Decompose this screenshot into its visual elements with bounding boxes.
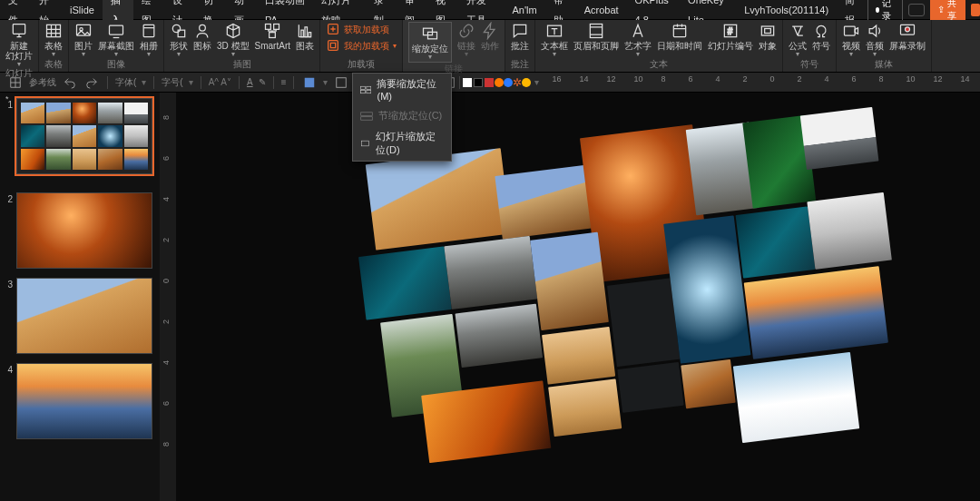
animation-star-icon: *: [5, 94, 158, 103]
headerfooter-button[interactable]: 页眉和页脚: [573, 22, 619, 51]
record-dot-icon: [876, 7, 879, 13]
video-button[interactable]: 视频: [842, 22, 860, 57]
thumbnail-2[interactable]: [16, 192, 152, 269]
photo[interactable]: [455, 304, 543, 368]
swatch[interactable]: [485, 78, 494, 87]
screenshot-button[interactable]: 屏幕截图: [98, 22, 134, 57]
link-button[interactable]: 链接: [457, 22, 475, 57]
svg-rect-12: [301, 30, 304, 36]
action-button[interactable]: 动作: [481, 22, 499, 51]
shape-outline-icon[interactable]: [333, 75, 349, 90]
group-label: 符号: [800, 58, 818, 72]
zoom-summary-item[interactable]: 摘要缩放定位(M): [353, 74, 451, 105]
photo[interactable]: [548, 378, 622, 437]
picture-button[interactable]: 图片: [74, 22, 93, 57]
smartart-button[interactable]: SmartArt: [255, 22, 290, 51]
photo[interactable]: [807, 192, 892, 270]
group-comment: 批注 批注: [505, 20, 535, 72]
comment-button[interactable]: 批注: [511, 22, 529, 51]
shape-fill-icon[interactable]: [301, 75, 318, 90]
quick-toolbar: 参考线 字体(▾ 字号(▾ A^ A˅ A ✎ ≡ ▾ ▾ ✲ ▾ 161412…: [0, 73, 980, 93]
shapes-button[interactable]: 形状: [170, 22, 188, 57]
svg-rect-20: [590, 25, 602, 38]
share-label: 共享: [947, 0, 958, 23]
group-text: 文本框 页眉和页脚 艺术字 日期和时间 # 幻灯片编号 对象: [535, 20, 783, 72]
photo[interactable]: [421, 380, 551, 463]
object-button[interactable]: 对象: [759, 22, 777, 51]
3dmodel-button[interactable]: 3D 模型: [217, 22, 250, 57]
thumbnail-4[interactable]: [16, 363, 152, 439]
group-label: 文本: [650, 58, 668, 72]
swatch[interactable]: [522, 78, 531, 87]
swatch[interactable]: [474, 78, 483, 87]
photo[interactable]: [366, 148, 511, 250]
wordart-button[interactable]: 艺术字: [624, 22, 652, 57]
svg-rect-33: [361, 112, 373, 115]
swatch[interactable]: [463, 78, 472, 87]
highlight-icon[interactable]: ✎: [259, 77, 266, 87]
svg-text:#: #: [728, 26, 733, 36]
photo[interactable]: [733, 352, 859, 443]
slide-canvas[interactable]: 864202468: [160, 93, 980, 501]
align-icon[interactable]: ≡: [281, 77, 287, 87]
thumbnail-3[interactable]: [16, 278, 152, 354]
photo[interactable]: [681, 359, 735, 408]
group-label: 表格: [44, 58, 63, 72]
thumbnail-1[interactable]: [16, 98, 152, 174]
textbox-button[interactable]: 文本框: [541, 22, 568, 57]
tab-acrobat[interactable]: Acrobat: [576, 0, 627, 20]
swatch[interactable]: [504, 78, 513, 87]
window-control-icon[interactable]: [971, 4, 980, 16]
photo[interactable]: [617, 362, 683, 413]
thumb-number: 1: [4, 98, 13, 174]
screenrec-button[interactable]: 屏幕录制: [889, 22, 926, 51]
present-mode-button[interactable]: [908, 4, 925, 16]
workspace: 1 * 2 3 4 864202468: [0, 93, 980, 501]
album-button[interactable]: 相册: [140, 22, 158, 57]
svg-rect-25: [765, 29, 771, 34]
new-slide-button[interactable]: 新建 幻灯片: [5, 22, 33, 67]
tab-islide[interactable]: iSlide: [62, 0, 103, 20]
group-table: 表格 表格: [39, 20, 69, 72]
zoom-button[interactable]: 缩放定位: [408, 22, 452, 63]
tab-lvyh[interactable]: LvyhTools(201114): [736, 0, 837, 20]
svg-rect-34: [361, 116, 373, 120]
photo[interactable]: [444, 236, 537, 309]
thumb-number: 2: [4, 192, 13, 269]
swatch[interactable]: [495, 78, 504, 87]
table-button[interactable]: 表格: [44, 22, 63, 57]
share-icon: ⇪: [937, 5, 945, 15]
svg-rect-29: [361, 86, 366, 89]
tab-anim[interactable]: An'lm: [504, 0, 544, 20]
photo[interactable]: [358, 246, 452, 319]
group-media: 视频 音频 屏幕录制 媒体: [837, 20, 932, 72]
svg-rect-26: [845, 26, 856, 35]
redo-icon[interactable]: [83, 75, 100, 90]
svg-rect-31: [361, 90, 366, 93]
symbol-button[interactable]: 符号: [812, 22, 830, 51]
group-symbol: 公式 符号 符号: [783, 20, 837, 72]
gear-icon[interactable]: ✲: [513, 78, 522, 87]
audio-button[interactable]: 音频: [866, 22, 884, 57]
photo[interactable]: [530, 232, 609, 330]
slide-thumbnails[interactable]: 1 * 2 3 4: [0, 93, 160, 501]
chart-button[interactable]: 图表: [296, 22, 314, 51]
undo-icon[interactable]: [62, 75, 78, 90]
svg-rect-11: [270, 33, 276, 38]
icons-button[interactable]: 图标: [193, 22, 211, 51]
datetime-button[interactable]: 日期和时间: [657, 22, 702, 51]
svg-point-28: [906, 27, 910, 32]
slidenum-button[interactable]: # 幻灯片编号: [708, 22, 753, 51]
svg-rect-16: [328, 41, 338, 51]
photo[interactable]: [800, 107, 879, 170]
svg-rect-30: [367, 86, 371, 89]
equation-button[interactable]: 公式: [789, 22, 807, 57]
zoom-slide-item[interactable]: 幻灯片缩放定位(D): [353, 126, 451, 161]
get-addins-button[interactable]: 获取加载项: [326, 22, 389, 36]
photo[interactable]: [736, 206, 816, 278]
font-color-icon[interactable]: A: [247, 77, 253, 87]
photo[interactable]: [542, 327, 615, 385]
my-addins-button[interactable]: 我的加载项▾: [326, 38, 397, 53]
photo[interactable]: [744, 266, 888, 359]
photo[interactable]: [607, 278, 680, 367]
